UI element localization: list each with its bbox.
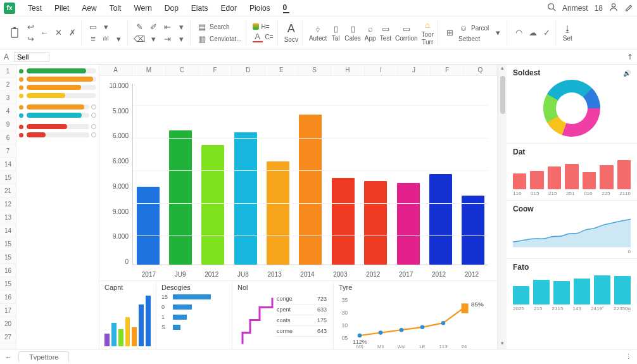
ribbon-conv-label[interactable]: Cenviotat... [210,35,242,42]
row-header[interactable]: 16 [0,264,16,277]
palette-bar[interactable] [19,85,96,90]
main-bar[interactable] [267,161,289,265]
col-header[interactable]: C [166,65,199,75]
ribbon-setbect-label[interactable]: Setbect [458,35,489,42]
cut-icon[interactable]: ✕ [53,28,63,38]
card-soldest[interactable]: Soldest 🔊 [507,65,637,144]
row-header[interactable]: 21 [0,184,16,198]
clear-icon[interactable]: ✗ [67,28,77,38]
menu-eiats[interactable]: Eiats [185,4,215,13]
row-header[interactable]: 13 [0,211,16,224]
ribbon-app[interactable]: ⌕App [365,24,376,42]
menu-pioios[interactable]: Pioios [243,4,277,13]
palette-bar[interactable] [19,93,96,98]
slider-knob[interactable] [91,124,96,129]
sound-icon[interactable]: 🔊 [623,70,631,77]
slider-knob[interactable] [91,104,96,110]
menu-edor[interactable]: Edor [215,4,243,13]
scroll-thumb[interactable] [500,76,505,114]
menu-test[interactable]: Test [22,4,48,13]
undo-icon[interactable]: ↩ [25,22,35,32]
brush-icon[interactable]: ✎ [134,22,144,32]
indent-right-icon[interactable]: ⇥ [162,34,172,44]
main-bar[interactable] [332,178,355,265]
cloud-icon[interactable]: ☁ [527,28,538,38]
main-bar[interactable] [169,130,192,265]
sheet-tab[interactable]: Tvpettore [18,351,69,362]
user-icon[interactable] [609,3,618,13]
headset-icon[interactable]: ◠ [514,28,524,38]
ribbon-test[interactable]: ▭Test [380,24,391,42]
main-bar[interactable] [364,181,387,265]
col-header[interactable]: I [365,65,398,75]
row-header[interactable]: 15 [0,251,16,264]
card-capnt[interactable]: Capnt [99,281,156,349]
col-header[interactable]: H [331,65,364,75]
palette-bar[interactable] [19,104,96,110]
main-chart[interactable]: 10.0005.0006.0006.0009.0009.0009.0000 20… [99,76,497,280]
card-coow[interactable]: Coow 0 [507,201,637,259]
row-header[interactable]: 3 [0,91,16,104]
ribbon-group-icon[interactable]: ⊞ [445,28,455,38]
paste-icon[interactable] [9,27,22,39]
col-header[interactable]: M [132,65,165,75]
menu-dop[interactable]: Dop [158,4,185,13]
menu-tolt[interactable]: Tolt [103,4,128,13]
ribbon-cales[interactable]: ▯Cales [344,24,361,42]
palette-bar[interactable] [19,113,96,118]
chevron-down-icon[interactable]: ▾ [113,34,123,44]
main-bar[interactable] [201,145,224,265]
menu-aew[interactable]: Aew [75,4,103,13]
ribbon-autect[interactable]: ⎀Autect [309,24,327,42]
vertical-scrollbar[interactable]: ▴ ▾ [498,65,507,349]
scroll-down-icon[interactable]: ▾ [501,340,504,349]
row-header[interactable]: 2 [0,78,16,91]
col-header[interactable]: F [199,65,232,75]
card-fato[interactable]: Fato 202521521151432419°22350g [507,259,637,315]
palette-bar[interactable] [19,77,96,82]
palette-bar[interactable] [19,68,96,73]
align-left-icon[interactable]: ≡ [88,34,98,44]
row-header[interactable]: 16 [0,291,16,304]
row-header[interactable]: 15 [0,237,16,251]
ribbon-set-btn[interactable]: ⭳ Set [562,24,572,42]
menu-wern[interactable]: Wern [127,4,158,13]
row-header[interactable]: 20 [0,317,16,330]
row-header[interactable]: 7 [0,144,16,158]
search-icon[interactable] [547,3,556,13]
chevron-down-icon[interactable]: ▾ [148,34,158,44]
card-dat[interactable]: Dat 1160152152510162252116 [507,144,637,201]
pencil-icon[interactable]: ✐ [148,22,158,32]
scroll-up-icon[interactable]: ▴ [501,65,504,73]
ribbon-parcol-label[interactable]: Parcol [471,25,489,32]
chevron-down-icon[interactable]: ▾ [101,22,111,32]
row-header[interactable]: 12 [0,198,16,211]
main-bar[interactable] [234,132,257,265]
underline-icon[interactable]: 0 [277,3,296,13]
col-header[interactable]: S [298,65,331,75]
col-header[interactable]: F [431,65,464,75]
font-box-icon[interactable]: ▭ [88,22,98,32]
row-header[interactable]: 14 [0,224,16,237]
font-color-icon[interactable]: A [253,32,263,42]
card-tyre[interactable]: Tyre 35301005112%85%M3MilWslLE11324 [334,281,497,349]
row-header[interactable]: 9 [0,118,16,131]
col-header[interactable]: Q [464,65,497,75]
ribbon-big-a[interactable]: A Socv [284,22,298,43]
col-header[interactable]: J [398,65,431,75]
main-bar[interactable] [429,174,452,265]
row-header[interactable]: 1 [0,65,16,78]
edit-icon[interactable] [624,3,633,13]
palette-bar[interactable] [19,124,96,129]
row-header[interactable]: 15 [0,171,16,184]
page-icon[interactable]: ▤ [197,22,207,32]
indent-left-icon[interactable]: ⇤ [162,22,172,32]
row-header[interactable]: 6 [0,131,16,144]
chevron-down-icon[interactable]: ▾ [493,28,503,38]
slider-knob[interactable] [91,113,96,118]
redo-icon[interactable]: ↪ [25,34,35,44]
row-header[interactable]: 27 [0,330,16,344]
check-icon[interactable]: ✓ [541,28,552,38]
chevron-down-icon[interactable]: ▾ [176,22,186,32]
ribbon-corrtion[interactable]: ▭Corrtion [395,24,418,42]
